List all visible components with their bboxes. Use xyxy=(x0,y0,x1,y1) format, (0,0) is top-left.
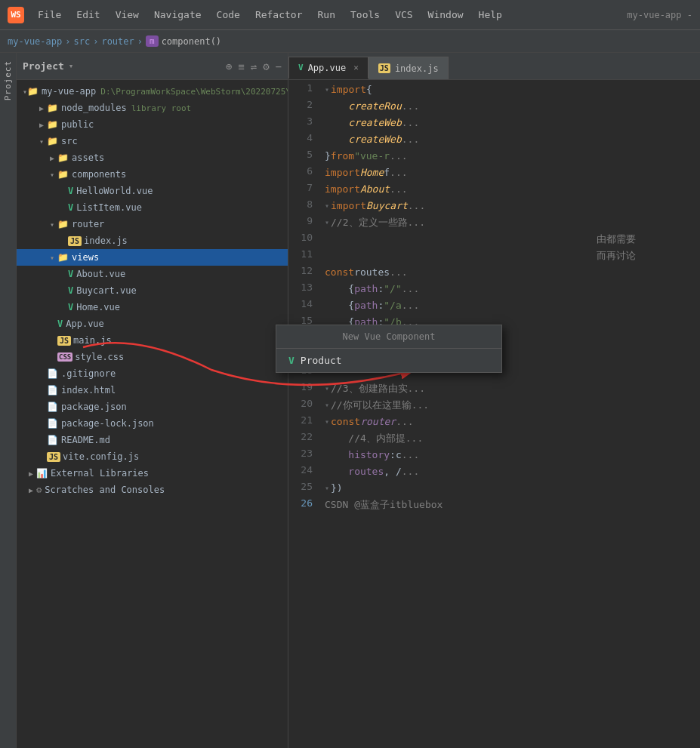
context-menu-item-product[interactable]: V Product xyxy=(276,349,501,372)
tree-item-scratches[interactable]: ▶ ⚙ Scratches and Consoles xyxy=(17,482,288,498)
tree-item-mainjs[interactable]: JS main.js xyxy=(17,332,288,349)
tree-item-stylecss[interactable]: CSS style.css xyxy=(17,349,288,365)
tree-item-indexhtml[interactable]: 📄 index.html xyxy=(17,382,288,399)
tree-item-viteconfigjs[interactable]: JS vite.config.js xyxy=(17,448,288,465)
punct-5: } xyxy=(325,148,331,165)
punct-1: { xyxy=(366,82,372,98)
tree-item-gitignore[interactable]: 📄 .gitignore xyxy=(17,365,288,382)
tree-item-HelloWorld[interactable]: V HelloWorld.vue xyxy=(17,183,288,199)
menu-run[interactable]: Run xyxy=(312,8,341,22)
menu-tools[interactable]: Tools xyxy=(344,8,386,22)
gear-icon-scratches: ⚙ xyxy=(36,485,42,495)
menu-view[interactable]: View xyxy=(109,8,145,22)
panel-dropdown-icon[interactable]: ▾ xyxy=(69,61,74,71)
tree-label-scratches: Scratches and Consoles xyxy=(45,485,165,495)
colon-13: : xyxy=(378,281,384,297)
breadcrumb-part-3[interactable]: router xyxy=(101,36,134,47)
comment-19: //3、创建路由实 xyxy=(331,380,407,397)
menu-navigate[interactable]: Navigate xyxy=(148,8,208,22)
code-line-22: //4、内部提... xyxy=(325,430,700,447)
breadcrumb-part-1[interactable]: my-vue-app xyxy=(8,36,62,47)
git-icon-gitignore: 📄 xyxy=(47,368,58,379)
panel-icon-collapse[interactable]: ≡ xyxy=(238,60,244,72)
css-icon-stylecss: CSS xyxy=(57,352,72,362)
folder-icon-src: 📁 xyxy=(47,136,58,146)
tree-item-Appvue[interactable]: V App.vue xyxy=(17,316,288,332)
side-tab: Project xyxy=(0,53,17,748)
ellipsis-13: ... xyxy=(402,281,419,297)
ellipsis-20: ... xyxy=(412,397,429,414)
tab-close-appvue[interactable]: ✕ xyxy=(353,63,359,72)
createRouter-2: createRou xyxy=(348,98,401,115)
tree-item-views[interactable]: ▾ 📁 views xyxy=(17,249,288,266)
tree-item-components[interactable]: ▾ 📁 components xyxy=(17,166,288,183)
tab-appvue[interactable]: V App.vue ✕ xyxy=(288,57,369,79)
folder-icon-assets: 📁 xyxy=(57,152,69,163)
window-title: my-vue-app - xyxy=(627,10,692,20)
tree-item-assets[interactable]: ▶ 📁 assets xyxy=(17,149,288,166)
main-layout: Project Project ▾ ⊕ ≡ ⇌ ⚙ − ▾ 📁 my-vue-a… xyxy=(0,53,700,748)
menu-bar: File Edit View Navigate Code Refactor Ru… xyxy=(32,8,627,22)
tree-item-ListItem[interactable]: V ListItem.vue xyxy=(17,199,288,216)
tree-item-node-modules[interactable]: ▶ 📁 node_modules library root xyxy=(17,100,288,116)
tree-item-external-libraries[interactable]: ▶ 📊 External Libraries xyxy=(17,465,288,482)
fold-icon-1[interactable]: ▾ xyxy=(325,82,329,98)
menu-refactor[interactable]: Refactor xyxy=(249,8,309,22)
panel-icon-hide[interactable]: − xyxy=(276,60,282,72)
panel-icon-target[interactable]: ⊕ xyxy=(226,60,232,72)
tree-item-Buycart[interactable]: V Buycart.vue xyxy=(17,282,288,299)
breadcrumb-part-2[interactable]: src xyxy=(73,36,90,47)
comment-20: //你可以在这里输 xyxy=(331,397,412,414)
tree-item-readmemd[interactable]: 📄 README.md xyxy=(17,432,288,448)
comment-11: 而再讨论 xyxy=(597,248,636,264)
panel-icon-settings[interactable]: ⚙ xyxy=(263,60,269,72)
ellipsis-23: ... xyxy=(402,447,419,463)
Buycart-8: Buycart xyxy=(366,198,408,214)
tree-label-Appvue: App.vue xyxy=(66,319,104,329)
menu-file[interactable]: File xyxy=(32,8,67,22)
menu-edit[interactable]: Edit xyxy=(70,8,106,22)
json-icon-packagejson: 📄 xyxy=(47,402,58,412)
tree-label-indexhtml: index.html xyxy=(61,385,116,396)
tree-item-my-vue-app[interactable]: ▾ 📁 my-vue-app D:\ProgramWorkSpace\WebSt… xyxy=(17,83,288,100)
menu-vcs[interactable]: VCS xyxy=(389,8,418,22)
editor-area: V App.vue ✕ JS index.js 1 2 3 4 5 6 7 8 … xyxy=(288,53,700,748)
tree-label-node-modules: node_modules xyxy=(61,103,127,113)
menu-code[interactable]: Code xyxy=(211,8,246,22)
menu-help[interactable]: Help xyxy=(473,8,508,22)
vue-icon-ListItem: V xyxy=(68,202,73,213)
tree-label-assets: assets xyxy=(72,152,104,163)
tree-item-packagelockjson[interactable]: 📄 package-lock.json xyxy=(17,415,288,432)
tree-item-About[interactable]: V About.vue xyxy=(17,266,288,282)
fold-icon-25[interactable]: ▾ xyxy=(325,480,329,497)
ellipsis-14: ... xyxy=(402,297,419,314)
fold-icon-20[interactable]: ▾ xyxy=(325,397,329,414)
code-line-9: ▾ //2、定义一些路... xyxy=(325,214,700,231)
fold-icon-9[interactable]: ▾ xyxy=(325,214,329,231)
tree-item-src[interactable]: ▾ 📁 src xyxy=(17,133,288,149)
spaces-10 xyxy=(325,231,597,248)
breadcrumb-method: m xyxy=(146,35,159,47)
fold-icon-19[interactable]: ▾ xyxy=(325,380,329,397)
fold-icon-21[interactable]: ▾ xyxy=(325,414,329,430)
createWeb-3: createWeb xyxy=(348,115,401,131)
menu-window[interactable]: Window xyxy=(422,8,470,22)
tab-indexjs[interactable]: JS index.js xyxy=(369,57,449,79)
code-line-5: } from "vue-r... xyxy=(325,148,700,165)
tree-item-Home[interactable]: V Home.vue xyxy=(17,299,288,316)
code-line-26: CSDN @蓝盒子itbluebox xyxy=(325,497,700,513)
credit-26: CSDN @蓝盒子itbluebox xyxy=(325,497,443,513)
tree-item-packagejson[interactable]: 📄 package.json xyxy=(17,399,288,415)
md-icon-readmemd: 📄 xyxy=(47,435,58,445)
tree-item-public[interactable]: ▶ 📁 public xyxy=(17,116,288,133)
tree-item-router[interactable]: ▾ 📁 router xyxy=(17,216,288,232)
panel-icon-expand[interactable]: ⇌ xyxy=(251,60,257,72)
indent-23 xyxy=(325,447,348,463)
tree-item-router-indexjs[interactable]: JS index.js xyxy=(17,232,288,249)
code-line-6: import Home f... xyxy=(325,165,700,181)
context-menu-label-product: Product xyxy=(301,355,342,366)
tab-js-icon-indexjs: JS xyxy=(378,63,390,73)
tree-arrow-public: ▶ xyxy=(36,121,47,129)
fold-icon-8[interactable]: ▾ xyxy=(325,198,329,214)
tree-label-router-indexjs: index.js xyxy=(84,235,128,246)
